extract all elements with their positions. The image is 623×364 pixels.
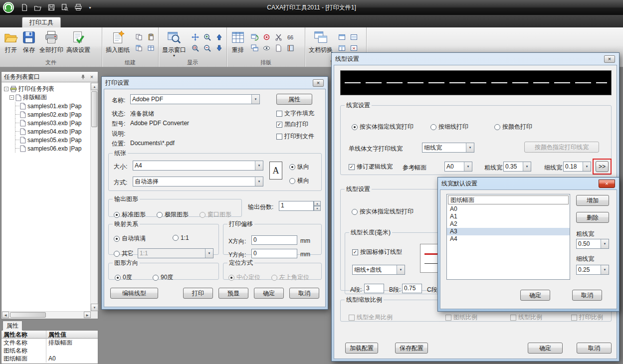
text-width-select[interactable]: 细线宽▼ <box>422 143 474 153</box>
display-window-button[interactable]: 显示窗口 ▼ <box>161 29 188 58</box>
chevron-down-icon[interactable]: ▼ <box>583 162 591 171</box>
list-item[interactable]: A1 <box>447 213 570 220</box>
print-scale-checkbox[interactable]: 打印比例 <box>571 313 603 322</box>
list-item[interactable]: A0 <box>447 205 570 213</box>
tree-item[interactable]: samples01.exb |Pap <box>15 102 91 110</box>
chevron-down-icon[interactable]: ▼ <box>601 239 609 248</box>
deg0-radio[interactable]: 0度 <box>115 273 132 282</box>
book-icon[interactable] <box>285 43 295 53</box>
collapse-icon[interactable]: - <box>9 95 14 100</box>
advanced-settings-button[interactable]: 高级设置 <box>65 29 92 55</box>
target-icon[interactable] <box>261 32 271 42</box>
zoom-out-icon[interactable] <box>202 43 212 53</box>
horizontal-scrollbar[interactable]: ◀ ▶ <box>2 311 91 318</box>
revise-logic-checkbox[interactable]: ✓修订逻辑线宽 <box>349 163 393 171</box>
page-icon[interactable] <box>273 43 283 53</box>
zoom-window-icon[interactable] <box>190 43 200 53</box>
text-as-fill-checkbox[interactable]: 文字作填充 <box>276 109 314 118</box>
scrollbar-thumb[interactable] <box>10 312 46 318</box>
close-icon[interactable]: × <box>604 55 615 63</box>
paste-sheet-icon[interactable] <box>146 32 156 42</box>
tile-window-icon[interactable] <box>337 43 347 53</box>
print-all-button[interactable]: 全部打印 <box>38 29 65 55</box>
width-by-color-radio[interactable]: 按颜色打印 <box>494 123 532 131</box>
width-by-color-button[interactable]: 按颜色指定打印线宽 <box>524 142 599 153</box>
scroll-down-icon[interactable]: ▼ <box>91 304 98 311</box>
save-icon[interactable] <box>45 2 57 13</box>
chevron-down-icon[interactable]: ▼ <box>466 143 474 152</box>
scroll-right-icon[interactable]: ▶ <box>84 312 91 318</box>
app-logo-icon[interactable] <box>2 1 14 13</box>
limit-graphics-radio[interactable]: 极限图形 <box>157 210 189 219</box>
width-by-entity-radio[interactable]: 按实体指定线宽打印 <box>352 123 414 131</box>
segment-a-input[interactable]: 3 <box>364 284 384 293</box>
chevron-down-icon[interactable]: ▼ <box>601 265 609 274</box>
bw-print-checkbox[interactable]: ✓黑白打印 <box>276 120 308 129</box>
chevron-down-icon[interactable]: ▼ <box>205 249 213 258</box>
close-icon[interactable]: × <box>599 180 615 188</box>
cascade-windows-icon[interactable] <box>249 43 259 53</box>
table-row[interactable]: 图纸幅面 A0 <box>1 355 98 363</box>
window-list-icon[interactable] <box>349 32 359 42</box>
edit-linetype-button[interactable]: 编辑线型 <box>110 288 158 299</box>
offset-y-input[interactable]: 0 <box>251 249 297 258</box>
cancel-button[interactable]: 取消 <box>577 343 612 354</box>
pin-icon[interactable] <box>79 73 86 80</box>
scrollbar-thumb[interactable] <box>91 91 97 127</box>
arrow-down-icon[interactable] <box>214 43 224 53</box>
landscape-radio[interactable]: 横向 <box>289 177 309 185</box>
auto-fill-radio[interactable]: 自动填满 <box>114 234 146 243</box>
preview-button[interactable]: 预显 <box>218 288 248 299</box>
printer-select[interactable]: Adobe PDF ▼ <box>130 94 260 104</box>
print-to-file-checkbox[interactable]: 打印到文件 <box>276 132 314 141</box>
gb-revise-checkbox[interactable]: ✓按国标修订线型 <box>352 248 402 256</box>
tree-item[interactable]: samples06.exb |Pap <box>15 144 91 153</box>
width-by-thin-radio[interactable]: 按细线打印 <box>430 123 468 131</box>
spinner-down-icon[interactable]: ▼ <box>314 206 321 211</box>
refresh-window-icon[interactable] <box>249 32 259 42</box>
print-preview-icon[interactable] <box>59 2 71 13</box>
tree-item[interactable]: samples02.exb |Pap <box>15 110 91 119</box>
deg90-radio[interactable]: 90度 <box>153 273 173 282</box>
other-scale-radio[interactable]: 其它 <box>114 249 134 258</box>
duplicate-sheet-icon[interactable] <box>134 32 144 42</box>
tree-item[interactable]: samples03.exb |Pap <box>15 119 91 127</box>
type-by-entity-radio[interactable]: 按实体指定线型打印 <box>352 207 414 216</box>
printer-properties-button[interactable]: 属性 <box>276 94 312 105</box>
pan-icon[interactable] <box>190 32 200 42</box>
copies-input[interactable]: 1 <box>279 201 314 211</box>
arrow-up-icon[interactable] <box>214 32 224 42</box>
load-config-button[interactable]: 加载配置 <box>345 343 378 354</box>
paper-method-select[interactable]: 自动选择▼ <box>133 177 263 186</box>
save-config-button[interactable]: 保存配置 <box>395 343 428 354</box>
open-file-icon[interactable] <box>32 2 44 13</box>
one-to-one-radio[interactable]: 1:1 <box>173 234 189 241</box>
chevron-down-icon[interactable]: ▼ <box>255 161 263 170</box>
chevron-down-icon[interactable]: ▼ <box>523 162 531 171</box>
linetype-select[interactable]: 细线+虚线▼ <box>352 265 405 275</box>
cancel-button[interactable]: 取消 <box>572 290 602 301</box>
copies-spinner[interactable]: ▲ ▼ <box>314 201 321 211</box>
tree-root[interactable]: - 打印任务列表 <box>4 85 91 93</box>
list-item[interactable]: A2 <box>447 220 570 228</box>
print-icon[interactable] <box>72 2 84 13</box>
open-button[interactable]: 打开 <box>2 29 20 55</box>
paper-scale-checkbox[interactable]: 图纸比例 <box>445 313 477 322</box>
qat-dropdown-icon[interactable]: ▼ <box>86 6 94 9</box>
offset-x-input[interactable]: 0 <box>251 235 297 245</box>
ok-button[interactable]: 确定 <box>520 290 550 301</box>
close-window-icon[interactable] <box>349 43 359 53</box>
tree-group[interactable]: - 排版幅面 <box>9 93 91 102</box>
ok-button[interactable]: 确定 <box>254 288 284 299</box>
list-item[interactable]: A4 <box>447 235 570 243</box>
new-document-icon[interactable] <box>18 2 30 13</box>
document-switch-button[interactable]: 文档切换 <box>307 29 334 55</box>
copy-sheet-icon[interactable] <box>134 43 144 53</box>
global-scale-checkbox[interactable]: 线型全局比例 <box>349 313 393 322</box>
thick-width-select[interactable]: 0.50▼ <box>576 239 609 249</box>
insert-sheet-button[interactable]: 插入图纸 <box>104 29 131 55</box>
thin-width-select[interactable]: 0.25▼ <box>576 265 609 275</box>
center-position-radio[interactable]: 中心定位 <box>228 273 260 282</box>
eye-icon[interactable] <box>261 43 271 53</box>
ref-size-select[interactable]: A0▼ <box>444 162 472 172</box>
